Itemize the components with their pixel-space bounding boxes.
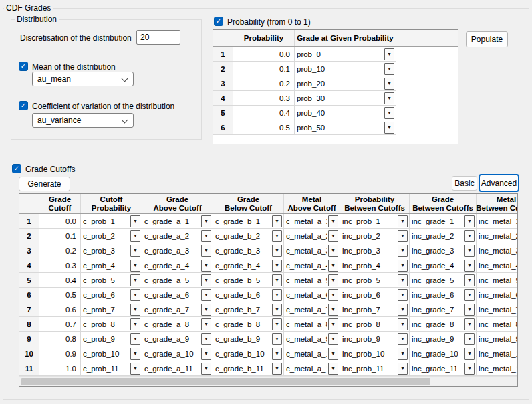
dropdown-button[interactable]: ▼ bbox=[130, 260, 140, 272]
row-header[interactable]: 7 bbox=[19, 302, 39, 316]
dropdown-cell[interactable]: inc_grade_7 ▼ bbox=[410, 302, 477, 316]
dropdown-button[interactable]: ▼ bbox=[464, 289, 475, 301]
dropdown-button[interactable]: ▼ bbox=[384, 122, 394, 134]
dropdown-cell[interactable]: c_grade_a_11 ▼ bbox=[142, 361, 213, 375]
dropdown-cell[interactable]: inc_metal_3 ▼ bbox=[477, 243, 518, 258]
dropdown-cell[interactable]: c_metal_a_3 ▼ bbox=[284, 243, 340, 258]
dropdown-cell[interactable]: inc_metal_4 ▼ bbox=[477, 258, 518, 272]
dropdown-cell[interactable]: c_prob_10 ▼ bbox=[81, 346, 142, 361]
dropdown-cell[interactable]: inc_prob_4 ▼ bbox=[340, 258, 410, 272]
row-header[interactable]: 2 bbox=[19, 229, 39, 243]
row-header[interactable]: 3 bbox=[213, 76, 233, 91]
cutoff-value[interactable]: 0.9 bbox=[39, 346, 81, 361]
dropdown-cell[interactable]: c_metal_a_6 ▼ bbox=[284, 288, 340, 302]
column-header[interactable]: Cutoff Probability bbox=[81, 194, 142, 213]
dropdown-cell[interactable]: c_prob_3 ▼ bbox=[81, 243, 142, 258]
dropdown-button[interactable]: ▼ bbox=[464, 245, 475, 257]
dropdown-cell[interactable]: inc_grade_3 ▼ bbox=[410, 243, 477, 258]
dropdown-button[interactable]: ▼ bbox=[464, 363, 475, 375]
dropdown-button[interactable]: ▼ bbox=[328, 230, 338, 242]
dropdown-cell[interactable]: inc_grade_6 ▼ bbox=[410, 288, 477, 302]
dropdown-button[interactable]: ▼ bbox=[328, 318, 338, 330]
row-header[interactable]: 8 bbox=[19, 317, 39, 331]
dropdown-button[interactable]: ▼ bbox=[201, 289, 211, 301]
cutoff-value[interactable]: 0.8 bbox=[39, 332, 81, 346]
dropdown-cell[interactable]: inc_prob_6 ▼ bbox=[340, 288, 410, 302]
dropdown-cell[interactable]: inc_metal_11 ▼ bbox=[477, 361, 518, 375]
horizontal-scrollbar[interactable] bbox=[19, 376, 517, 386]
dropdown-cell[interactable]: c_metal_a_2 ▼ bbox=[284, 229, 340, 243]
dropdown-cell[interactable]: inc_grade_1 ▼ bbox=[410, 214, 477, 228]
dropdown-cell[interactable]: c_grade_a_9 ▼ bbox=[142, 332, 213, 346]
dropdown-cell[interactable]: inc_grade_2 ▼ bbox=[410, 229, 477, 243]
probability-value[interactable]: 0.2 bbox=[233, 76, 295, 91]
dropdown-button[interactable]: ▼ bbox=[384, 48, 394, 60]
dropdown-button[interactable]: ▼ bbox=[398, 333, 408, 345]
dropdown-cell[interactable]: c_grade_b_10 ▼ bbox=[213, 346, 284, 361]
discretisation-input[interactable]: 20 bbox=[136, 30, 180, 45]
dropdown-cell[interactable]: c_prob_11 ▼ bbox=[81, 361, 142, 375]
probability-value[interactable]: 0.1 bbox=[233, 62, 295, 76]
dropdown-cell[interactable]: c_metal_a_10 ▼ bbox=[284, 346, 340, 361]
dropdown-button[interactable]: ▼ bbox=[398, 363, 408, 375]
dropdown-button[interactable]: ▼ bbox=[328, 348, 338, 360]
grade-cell[interactable]: prob_40 ▼ bbox=[295, 106, 396, 120]
grade-cell[interactable]: prob_50 ▼ bbox=[295, 120, 396, 135]
dropdown-button[interactable]: ▼ bbox=[464, 274, 475, 286]
dropdown-button[interactable]: ▼ bbox=[464, 333, 475, 345]
dropdown-button[interactable]: ▼ bbox=[201, 304, 211, 316]
probability-value[interactable]: 0.5 bbox=[233, 120, 295, 135]
dropdown-cell[interactable]: inc_prob_8 ▼ bbox=[340, 317, 410, 331]
dropdown-button[interactable]: ▼ bbox=[398, 348, 408, 360]
dropdown-button[interactable]: ▼ bbox=[464, 230, 475, 242]
dropdown-button[interactable]: ▼ bbox=[272, 245, 282, 257]
column-header[interactable]: Grade Above Cutoff bbox=[142, 194, 213, 213]
dropdown-button[interactable]: ▼ bbox=[201, 245, 211, 257]
dropdown-cell[interactable]: c_metal_a_5 ▼ bbox=[284, 273, 340, 287]
dropdown-cell[interactable]: c_metal_a_9 ▼ bbox=[284, 332, 340, 346]
dropdown-cell[interactable]: c_metal_a_8 ▼ bbox=[284, 317, 340, 331]
dropdown-cell[interactable]: c_grade_a_5 ▼ bbox=[142, 273, 213, 287]
column-header[interactable]: Grade Below Cutoff bbox=[213, 194, 284, 213]
dropdown-cell[interactable]: inc_metal_1 ▼ bbox=[477, 214, 518, 228]
dropdown-button[interactable]: ▼ bbox=[130, 215, 140, 227]
dropdown-cell[interactable]: inc_prob_2 ▼ bbox=[340, 229, 410, 243]
dropdown-button[interactable]: ▼ bbox=[464, 318, 475, 330]
dropdown-button[interactable]: ▼ bbox=[398, 245, 408, 257]
dropdown-cell[interactable]: inc_grade_5 ▼ bbox=[410, 273, 477, 287]
cutoff-value[interactable]: 0.5 bbox=[39, 288, 81, 302]
grade-cutoffs-checkbox[interactable]: ✓ bbox=[12, 164, 21, 173]
dropdown-button[interactable]: ▼ bbox=[384, 107, 394, 119]
dropdown-button[interactable]: ▼ bbox=[130, 304, 140, 316]
dropdown-button[interactable]: ▼ bbox=[130, 363, 140, 375]
col-header-grade-at-probability[interactable]: Grade at Given Probability bbox=[295, 30, 396, 46]
scrollbar-thumb[interactable] bbox=[21, 378, 430, 385]
row-header[interactable]: 4 bbox=[19, 258, 39, 272]
column-header[interactable]: Metal Above Cutoff bbox=[284, 194, 340, 213]
dropdown-cell[interactable]: c_prob_5 ▼ bbox=[81, 273, 142, 287]
dropdown-cell[interactable]: c_grade_b_9 ▼ bbox=[213, 332, 284, 346]
dropdown-button[interactable]: ▼ bbox=[398, 289, 408, 301]
dropdown-cell[interactable]: inc_prob_11 ▼ bbox=[340, 361, 410, 375]
dropdown-cell[interactable]: c_grade_a_3 ▼ bbox=[142, 243, 213, 258]
dropdown-button[interactable]: ▼ bbox=[201, 230, 211, 242]
dropdown-button[interactable]: ▼ bbox=[464, 215, 475, 227]
row-header[interactable]: 6 bbox=[19, 288, 39, 302]
column-header[interactable]: Grade Cutoff bbox=[39, 194, 81, 213]
dropdown-button[interactable]: ▼ bbox=[398, 304, 408, 316]
dropdown-button[interactable]: ▼ bbox=[130, 318, 140, 330]
dropdown-button[interactable]: ▼ bbox=[398, 260, 408, 272]
dropdown-button[interactable]: ▼ bbox=[201, 363, 211, 375]
cutoff-value[interactable]: 1.0 bbox=[39, 361, 81, 375]
cov-combobox[interactable]: au_variance bbox=[32, 113, 134, 128]
cutoff-value[interactable]: 0.2 bbox=[39, 243, 81, 258]
col-header-probability[interactable]: Probability bbox=[233, 30, 295, 46]
dropdown-cell[interactable]: c_grade_b_11 ▼ bbox=[213, 361, 284, 375]
dropdown-cell[interactable]: c_prob_1 ▼ bbox=[81, 214, 142, 228]
dropdown-cell[interactable]: inc_metal_10 ▼ bbox=[477, 346, 518, 361]
dropdown-button[interactable]: ▼ bbox=[384, 63, 394, 75]
dropdown-cell[interactable]: c_grade_a_8 ▼ bbox=[142, 317, 213, 331]
dropdown-cell[interactable]: inc_metal_9 ▼ bbox=[477, 332, 518, 346]
dropdown-button[interactable]: ▼ bbox=[272, 289, 282, 301]
dropdown-cell[interactable]: inc_grade_4 ▼ bbox=[410, 258, 477, 272]
